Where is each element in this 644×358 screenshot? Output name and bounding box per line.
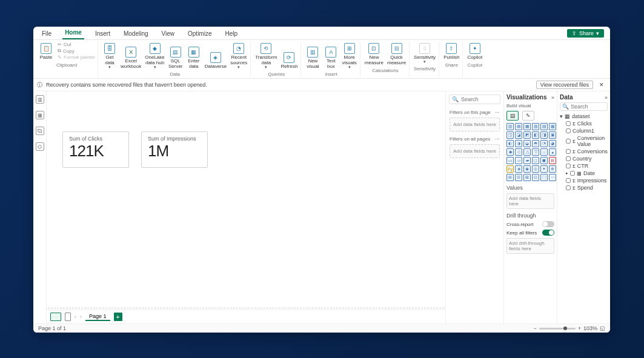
field-item[interactable]: Column1 bbox=[560, 127, 608, 134]
viz-type-button[interactable]: ◔ bbox=[540, 140, 548, 147]
filter-dropzone-page[interactable]: Add data fields here bbox=[450, 118, 500, 131]
viz-type-button[interactable]: ◫ bbox=[506, 131, 514, 139]
zoom-in-button[interactable]: + bbox=[578, 325, 581, 331]
viz-type-button[interactable]: ◇ bbox=[515, 148, 522, 156]
fit-page-button[interactable]: ◱ bbox=[600, 325, 605, 331]
field-item[interactable]: ΣConversions bbox=[560, 148, 608, 155]
card-visual-clicks[interactable]: Sum of Clicks 121K bbox=[62, 131, 129, 168]
next-page-button[interactable]: › bbox=[80, 314, 82, 320]
drillthrough-well[interactable]: Add drill-through fields here bbox=[506, 238, 554, 254]
quick-measure-button[interactable]: ⊟Quick measure bbox=[387, 42, 407, 67]
viz-type-button[interactable]: ⊞ bbox=[506, 174, 514, 181]
field-item[interactable]: ΣSpend bbox=[560, 184, 608, 191]
zoom-level[interactable]: 103% bbox=[583, 325, 597, 331]
tab-modeling[interactable]: Modeling bbox=[121, 30, 151, 39]
table-view-button[interactable]: ▦ bbox=[36, 111, 44, 119]
values-well[interactable]: Add data fields here bbox=[506, 193, 554, 209]
viz-type-button[interactable]: ◈ bbox=[515, 165, 522, 173]
viz-type-button[interactable]: ◧ bbox=[532, 131, 539, 139]
build-visual-tab[interactable]: ▤ bbox=[506, 111, 519, 121]
transform-data-button[interactable]: ⟲Transform data bbox=[254, 42, 277, 70]
viz-type-button[interactable]: ▣ bbox=[549, 131, 556, 139]
cross-report-toggle[interactable] bbox=[542, 221, 554, 227]
mobile-layout-button[interactable] bbox=[65, 313, 71, 321]
viz-type-button[interactable]: ▧ bbox=[532, 123, 539, 130]
enter-data-button[interactable]: ▦Enter data bbox=[186, 42, 202, 70]
report-canvas[interactable]: Sum of Clicks 121K Sum of Impressions 1M bbox=[47, 91, 445, 310]
refresh-button[interactable]: ⟳Refresh bbox=[280, 42, 298, 70]
onelake-hub-button[interactable]: ◆OneLake data hub bbox=[144, 42, 165, 70]
viz-type-button[interactable]: R bbox=[549, 157, 556, 164]
viz-type-button[interactable]: ◒ bbox=[523, 140, 531, 147]
add-page-button[interactable]: + bbox=[114, 313, 122, 321]
field-item[interactable]: ▸▦Date bbox=[560, 170, 608, 177]
format-visual-tab[interactable]: ✎ bbox=[522, 111, 534, 121]
collapse-pane-button[interactable]: » bbox=[551, 94, 554, 101]
viz-type-button[interactable]: ◎ bbox=[532, 165, 539, 173]
more-icon[interactable]: ⋯ bbox=[495, 136, 500, 142]
share-button[interactable]: ⇪ Share ▾ bbox=[567, 29, 604, 38]
field-checkbox[interactable] bbox=[566, 121, 571, 126]
data-search-input[interactable] bbox=[571, 104, 605, 110]
field-item[interactable]: ΣImpressions bbox=[560, 177, 608, 184]
sensitivity-button[interactable]: ◊Sensitivity bbox=[413, 42, 436, 65]
viz-type-button[interactable]: ◐ bbox=[506, 140, 514, 147]
filter-dropzone-all[interactable]: Add data fields here bbox=[450, 144, 500, 158]
copilot-button[interactable]: ✦Copilot bbox=[466, 42, 483, 61]
tab-help[interactable]: Help bbox=[222, 30, 240, 39]
viz-type-button[interactable]: ⊠ bbox=[523, 174, 531, 181]
format-painter-button[interactable]: ✎ Format painter bbox=[58, 55, 95, 60]
tab-file[interactable]: File bbox=[39, 30, 54, 39]
viz-type-button[interactable]: ▰ bbox=[523, 157, 531, 164]
viz-type-button[interactable]: ⊟ bbox=[515, 174, 522, 181]
field-checkbox[interactable] bbox=[566, 139, 571, 144]
viz-type-button[interactable]: ◨ bbox=[540, 131, 548, 139]
field-checkbox[interactable] bbox=[566, 128, 571, 133]
viz-more-button[interactable]: ⋯ bbox=[549, 174, 556, 181]
recent-sources-button[interactable]: ◔Recent sources bbox=[230, 42, 248, 70]
new-measure-button[interactable]: ⊡New measure bbox=[364, 42, 384, 67]
viz-type-button[interactable]: ◻ bbox=[532, 157, 539, 164]
viz-type-button[interactable]: ▦ bbox=[523, 123, 531, 130]
report-view-button[interactable]: ▥ bbox=[36, 95, 44, 104]
copy-button[interactable]: ⧉ Copy bbox=[58, 48, 95, 54]
new-visual-button[interactable]: ▥New visual bbox=[305, 42, 320, 70]
viz-type-button[interactable]: ▭ bbox=[506, 157, 514, 164]
publish-button[interactable]: ⇧Publish bbox=[443, 42, 460, 61]
filter-search[interactable]: 🔍 bbox=[449, 94, 500, 104]
more-icon[interactable]: ⋯ bbox=[495, 110, 500, 115]
viz-type-button[interactable]: ▱ bbox=[515, 157, 522, 164]
viz-type-button[interactable]: ◓ bbox=[532, 140, 539, 147]
get-data-button[interactable]: 🗄Get data bbox=[102, 42, 118, 70]
prev-page-button[interactable]: ‹ bbox=[75, 314, 76, 320]
text-box-button[interactable]: AText box bbox=[323, 42, 339, 70]
viz-type-button[interactable]: ▤ bbox=[515, 123, 522, 130]
viz-type-button[interactable]: ○ bbox=[540, 148, 548, 156]
zoom-slider[interactable] bbox=[539, 328, 576, 330]
viz-type-button[interactable]: ◕ bbox=[549, 140, 556, 147]
viz-type-button[interactable]: ▥ bbox=[506, 123, 514, 130]
viz-type-button[interactable]: ⊕ bbox=[549, 165, 556, 173]
close-banner-button[interactable]: ✕ bbox=[597, 82, 606, 88]
filter-search-input[interactable] bbox=[461, 96, 497, 102]
field-checkbox[interactable] bbox=[566, 185, 571, 190]
viz-type-button[interactable]: ⬚ bbox=[540, 174, 548, 181]
paste-button[interactable]: 📋Paste bbox=[38, 42, 54, 61]
viz-type-button[interactable]: ▩ bbox=[549, 123, 556, 130]
dataverse-button[interactable]: ◈Dataverse bbox=[204, 42, 227, 70]
tab-home[interactable]: Home bbox=[62, 29, 84, 39]
viz-type-button[interactable]: ◩ bbox=[523, 131, 531, 139]
viz-type-button[interactable]: ▽ bbox=[532, 148, 539, 156]
viz-type-button[interactable]: ◑ bbox=[515, 140, 522, 147]
viz-type-button[interactable]: ⊡ bbox=[532, 174, 539, 181]
field-checkbox[interactable] bbox=[570, 171, 575, 176]
viz-type-button[interactable]: ◆ bbox=[506, 148, 514, 156]
collapse-pane-button[interactable]: » bbox=[605, 94, 608, 101]
field-item[interactable]: ΣClicks bbox=[560, 120, 608, 127]
more-visuals-button[interactable]: ⊞More visuals bbox=[341, 42, 357, 70]
viz-type-button[interactable]: ▨ bbox=[540, 123, 548, 130]
viz-type-button[interactable]: ◪ bbox=[515, 131, 522, 139]
keep-filters-toggle[interactable] bbox=[542, 230, 554, 236]
viz-type-button[interactable]: ✦ bbox=[540, 165, 548, 173]
tab-view[interactable]: View bbox=[159, 30, 178, 39]
